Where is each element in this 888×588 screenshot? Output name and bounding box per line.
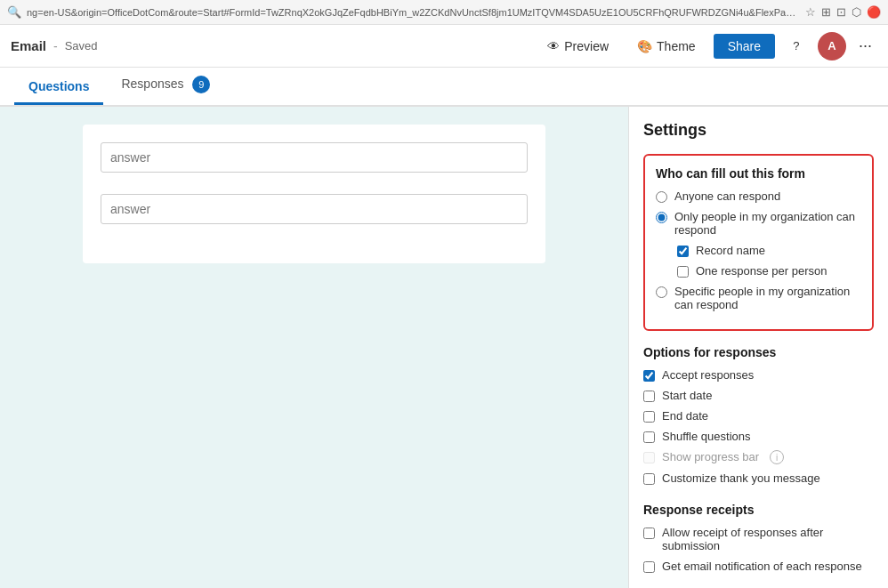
get-email-notification-label: Get email notification of each response xyxy=(662,560,862,573)
extension-icon-3[interactable]: ⬡ xyxy=(852,5,861,19)
tab-questions[interactable]: Questions xyxy=(14,70,103,105)
extension-icon[interactable]: ⊞ xyxy=(821,5,831,19)
main-layout: Settings Who can fill out this form Anyo… xyxy=(0,107,888,588)
show-progress-bar-label: Show progress bar xyxy=(662,450,759,463)
theme-label: Theme xyxy=(657,39,696,53)
start-date-label: Start date xyxy=(662,389,712,402)
option-accept-responses[interactable]: Accept responses xyxy=(643,368,874,382)
checkbox-one-response[interactable] xyxy=(677,266,689,278)
checkbox-shuffle-questions[interactable] xyxy=(643,431,655,443)
share-label: Share xyxy=(728,39,761,53)
who-fill-title: Who can fill out this form xyxy=(656,166,861,181)
avatar-label: A xyxy=(827,39,836,52)
radio-org[interactable] xyxy=(656,212,667,223)
top-bar: Email - Saved 👁 Preview 🎨 Theme Share ? … xyxy=(0,25,888,68)
option-get-email-notification[interactable]: Get email notification of each response xyxy=(643,560,874,573)
more-options-button[interactable]: ··· xyxy=(853,33,877,59)
sub-options: Record name One response per person xyxy=(677,244,861,278)
tab-questions-label: Questions xyxy=(28,79,89,93)
url-text: ng=en-US&origin=OfficeDotCom&route=Start… xyxy=(27,7,800,18)
option-start-date[interactable]: Start date xyxy=(643,389,874,402)
title-separator: - xyxy=(53,39,58,53)
checkbox-accept-responses[interactable] xyxy=(643,370,655,382)
settings-title: Settings xyxy=(643,121,874,140)
top-bar-right: 👁 Preview 🎨 Theme Share ? A ··· xyxy=(537,32,877,60)
radio-anyone[interactable] xyxy=(656,191,667,203)
answer-field-2[interactable] xyxy=(101,194,528,224)
help-icon: ? xyxy=(793,39,799,52)
option-customize-thank-you[interactable]: Customize thank you message xyxy=(643,471,874,485)
share-button[interactable]: Share xyxy=(714,34,775,59)
option-shuffle-questions[interactable]: Shuffle questions xyxy=(643,430,874,443)
checkbox-get-email-notification[interactable] xyxy=(643,561,655,573)
allow-receipt-label: Allow receipt of responses after submiss… xyxy=(662,526,874,552)
option-record-name[interactable]: Record name xyxy=(677,244,861,257)
option-anyone-label: Anyone can respond xyxy=(674,189,780,203)
url-bar: 🔍 ng=en-US&origin=OfficeDotCom&route=Sta… xyxy=(0,0,888,25)
eye-icon: 👁 xyxy=(547,39,560,53)
help-button[interactable]: ? xyxy=(782,32,811,60)
option-specific-label: Specific people in my organization can r… xyxy=(674,285,861,311)
checkbox-end-date[interactable] xyxy=(643,411,655,423)
star-icon[interactable]: ☆ xyxy=(805,5,816,19)
shuffle-questions-label: Shuffle questions xyxy=(662,430,751,443)
tab-responses[interactable]: Responses 9 xyxy=(107,67,224,105)
tab-responses-label: Responses xyxy=(121,77,183,91)
answer-field-1[interactable] xyxy=(101,142,528,173)
option-allow-receipt[interactable]: Allow receipt of responses after submiss… xyxy=(643,526,874,552)
info-icon[interactable]: i xyxy=(770,450,784,464)
option-org[interactable]: Only people in my organization can respo… xyxy=(656,210,861,237)
preview-label: Preview xyxy=(564,39,609,53)
option-org-label: Only people in my organization can respo… xyxy=(674,210,861,237)
option-anyone[interactable]: Anyone can respond xyxy=(656,189,861,203)
options-responses-section: Options for responses Accept responses S… xyxy=(643,345,874,485)
form-content xyxy=(83,125,545,263)
checkbox-customize-thank-you[interactable] xyxy=(643,473,655,485)
one-response-label: One response per person xyxy=(696,264,827,278)
tabs-row: Questions Responses 9 xyxy=(0,68,888,107)
record-name-label: Record name xyxy=(696,244,765,257)
checkbox-record-name[interactable] xyxy=(677,246,689,257)
theme-button[interactable]: 🎨 Theme xyxy=(626,34,706,59)
extension-icon-2[interactable]: ⊡ xyxy=(836,5,846,19)
response-receipts-section: Response receipts Allow receipt of respo… xyxy=(643,503,874,573)
saved-status: Saved xyxy=(65,39,98,52)
theme-icon: 🎨 xyxy=(637,39,652,53)
checkbox-start-date[interactable] xyxy=(643,391,655,402)
option-end-date[interactable]: End date xyxy=(643,409,874,423)
customize-thank-you-label: Customize thank you message xyxy=(662,471,820,485)
search-icon[interactable]: 🔍 xyxy=(7,5,21,19)
extension-icon-4[interactable]: 🔴 xyxy=(867,5,881,19)
top-bar-left: Email - Saved xyxy=(11,38,98,53)
who-fill-section: Who can fill out this form Anyone can re… xyxy=(643,154,874,331)
option-specific[interactable]: Specific people in my organization can r… xyxy=(656,285,861,311)
radio-specific[interactable] xyxy=(656,286,667,298)
avatar-button[interactable]: A xyxy=(818,32,846,60)
preview-button[interactable]: 👁 Preview xyxy=(537,34,619,59)
options-responses-title: Options for responses xyxy=(643,345,874,359)
option-one-response[interactable]: One response per person xyxy=(677,264,861,278)
end-date-label: End date xyxy=(662,409,708,423)
response-receipts-title: Response receipts xyxy=(643,503,874,517)
form-area xyxy=(0,107,628,588)
app-title: Email xyxy=(11,38,46,53)
responses-badge: 9 xyxy=(192,76,210,93)
checkbox-show-progress-bar xyxy=(643,452,655,463)
settings-panel: Settings Who can fill out this form Anyo… xyxy=(628,107,888,588)
checkbox-allow-receipt[interactable] xyxy=(643,528,655,539)
option-show-progress-bar: Show progress bar i xyxy=(643,450,874,464)
accept-responses-label: Accept responses xyxy=(662,368,754,382)
